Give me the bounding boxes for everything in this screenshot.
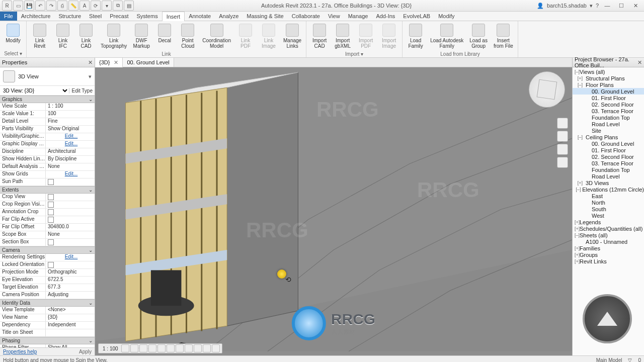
prop-edit-button[interactable]: Edit... xyxy=(46,133,95,140)
prop-value[interactable] xyxy=(46,329,95,336)
prop-edit-button[interactable]: Edit... xyxy=(46,171,95,178)
ribbon-load-autodesk-family-button[interactable]: Load Autodesk Family xyxy=(428,22,466,50)
prop-value[interactable]: Adjusting xyxy=(46,292,95,299)
menu-tab-annotate[interactable]: Annotate xyxy=(185,12,215,21)
ribbon-decal-button[interactable]: Decal xyxy=(153,22,176,45)
tree-node[interactable]: [–]Floor Plans xyxy=(573,81,644,88)
ribbon-import-gbxml-button[interactable]: Import gbXML xyxy=(332,22,354,50)
tree-expander-icon[interactable]: [–] xyxy=(575,69,580,74)
tree-node[interactable]: Road Level xyxy=(573,121,644,127)
qat-text-icon[interactable]: A xyxy=(79,1,90,11)
tree-expander-icon[interactable]: [+] xyxy=(575,76,586,81)
ribbon-link-ifc-button[interactable]: Link IFC xyxy=(52,22,74,50)
menu-tab-precast[interactable]: Precast xyxy=(106,12,132,21)
menu-tab-evolvelab[interactable]: EvolveLAB xyxy=(399,12,434,21)
prop-group-phasing[interactable]: Phasing⌄ xyxy=(0,337,95,344)
menu-tab-systems[interactable]: Systems xyxy=(132,12,162,21)
prop-value[interactable]: None xyxy=(46,231,95,238)
tree-node[interactable]: [+]Revit Links xyxy=(573,258,644,264)
view-tab-00-ground-level[interactable]: 00. Ground Level xyxy=(123,58,174,67)
ribbon-load-family-button[interactable]: Load Family xyxy=(405,22,427,50)
crop-region-icon[interactable] xyxy=(176,344,184,352)
prop-edit-button[interactable]: Edit... xyxy=(46,254,95,261)
ribbon-dwf-markup-button[interactable]: DWF Markup xyxy=(130,22,152,50)
tree-node[interactable]: 02. Second Floor xyxy=(573,101,644,108)
instance-selector[interactable]: 3D View: {3D} xyxy=(0,87,69,94)
ribbon-import-cad-button[interactable]: Import CAD xyxy=(308,22,331,50)
tree-node[interactable]: [–]Elevations (12mm Circle) xyxy=(573,186,644,193)
menu-tab-file[interactable]: File xyxy=(0,12,17,21)
tree-node[interactable]: 00. Ground Level xyxy=(573,88,644,95)
view-cube[interactable] xyxy=(529,71,565,108)
tree-node[interactable]: A100 - Unnamed xyxy=(573,238,644,245)
prop-checkbox[interactable] xyxy=(46,209,95,216)
tree-node[interactable]: [–]Sheets (all) xyxy=(573,232,644,238)
3d-viewport[interactable]: ⟲ RRCG RRCG RRCG RRCG 人人素材 1 : 100 xyxy=(95,67,572,355)
status-selector[interactable]: Main Model xyxy=(596,357,622,363)
user-name[interactable]: barch15.shadab xyxy=(547,3,587,9)
rendering-icon[interactable] xyxy=(157,344,166,352)
tree-expander-icon[interactable]: [–] xyxy=(575,135,586,140)
qat-app-icon[interactable]: R xyxy=(2,1,12,11)
tree-node[interactable]: [+]Structural Plans xyxy=(573,75,644,81)
prop-group-camera[interactable]: Camera⌄ xyxy=(0,246,95,254)
qat-open-icon[interactable]: ▭ xyxy=(13,1,23,11)
tree-node[interactable]: 01. First Floor xyxy=(573,147,644,153)
tree-node[interactable]: [+]Schedules/Quantities (all) xyxy=(573,225,644,232)
sun-path-icon[interactable] xyxy=(139,344,147,352)
prop-checkbox[interactable] xyxy=(46,216,95,223)
prop-value[interactable]: 304800.0 xyxy=(46,224,95,231)
qat-undo-icon[interactable]: ↶ xyxy=(35,1,45,11)
ribbon-link-revit-button[interactable]: Link Revit xyxy=(29,22,51,50)
browser-header[interactable]: Project Browser - 27a. Office Buil... ✕ xyxy=(573,58,644,67)
ribbon-panel-label[interactable]: Link xyxy=(27,51,306,58)
minimize-button[interactable]: — xyxy=(602,1,613,10)
tree-expander-icon[interactable]: [+] xyxy=(575,252,580,257)
prop-value[interactable]: Fine xyxy=(46,118,95,125)
ribbon-link-cad-button[interactable]: Link CAD xyxy=(75,22,97,50)
view-tab--3d-[interactable]: {3D}✕ xyxy=(95,58,123,67)
nav-steering-icon[interactable] xyxy=(557,118,568,129)
nav-zoom-icon[interactable] xyxy=(557,144,568,155)
menu-tab-massing-site[interactable]: Massing & Site xyxy=(243,12,287,21)
ribbon-point-cloud-button[interactable]: Point Cloud xyxy=(177,22,199,50)
status-filter-icon[interactable]: ▽ xyxy=(628,357,632,363)
type-selector[interactable]: 3D View ▾ xyxy=(0,67,95,86)
qat-sync-icon[interactable]: ⟳ xyxy=(91,1,101,11)
detail-level-icon[interactable] xyxy=(121,344,129,352)
qat-close-hidden-icon[interactable]: ▤ xyxy=(124,1,134,11)
tree-node[interactable]: Road Level xyxy=(573,173,644,179)
prop-value[interactable]: 6722.5 xyxy=(46,277,95,284)
menu-tab-collaborate[interactable]: Collaborate xyxy=(288,12,324,21)
reveal-icon[interactable] xyxy=(203,344,211,352)
apply-button[interactable]: Apply xyxy=(79,349,92,354)
tree-expander-icon[interactable]: [+] xyxy=(575,246,580,251)
help-icon[interactable]: ? xyxy=(596,3,599,9)
menu-tab-manage[interactable]: Manage xyxy=(344,12,372,21)
tree-expander-icon[interactable]: [+] xyxy=(575,220,580,225)
maximize-button[interactable]: ☐ xyxy=(616,1,627,10)
worksharing-icon[interactable] xyxy=(212,344,220,352)
ribbon-coordination-model-button[interactable]: Coordination Model xyxy=(200,22,233,50)
tree-node[interactable]: Site xyxy=(573,127,644,134)
menu-tab-insert[interactable]: Insert xyxy=(162,12,185,21)
qat-switch-window-icon[interactable]: ⧉ xyxy=(113,1,123,11)
prop-value[interactable]: None xyxy=(46,163,95,170)
prop-group-graphics[interactable]: Graphics⌄ xyxy=(0,96,95,103)
menu-tab-steel[interactable]: Steel xyxy=(85,12,106,21)
tree-node[interactable]: [+]Legends xyxy=(573,219,644,225)
qat-measure-icon[interactable]: 📏 xyxy=(68,1,78,11)
tree-node[interactable]: East xyxy=(573,193,644,199)
tree-expander-icon[interactable]: [–] xyxy=(575,82,586,87)
menu-tab-modify[interactable]: Modify xyxy=(434,12,458,21)
prop-edit-button[interactable]: Edit... xyxy=(46,141,95,148)
tree-expander-icon[interactable]: [–] xyxy=(575,233,580,238)
prop-group-extents[interactable]: Extents⌄ xyxy=(0,186,95,194)
prop-value[interactable]: Show Original xyxy=(46,126,95,133)
tree-node[interactable]: Foundation Top xyxy=(573,166,644,173)
tree-node[interactable]: Foundation Top xyxy=(573,114,644,121)
prop-checkbox[interactable] xyxy=(46,261,95,268)
prop-checkbox[interactable] xyxy=(46,239,95,246)
crop-icon[interactable] xyxy=(167,344,175,352)
ribbon-insert-from-file-button[interactable]: Insert from File xyxy=(491,22,516,50)
